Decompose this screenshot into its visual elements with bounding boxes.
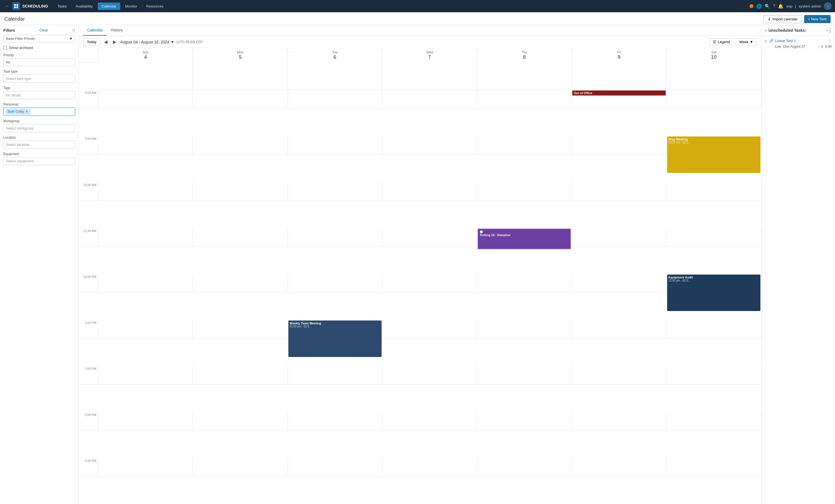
cell-fri-3pm[interactable] (572, 412, 666, 431)
nav-tab-tasks[interactable]: Tasks (54, 2, 71, 10)
task-menu-button[interactable]: ⋮ (827, 38, 832, 43)
location-input[interactable] (3, 141, 75, 149)
cell-tue-4pm[interactable] (288, 458, 383, 477)
cell-tue-3pm[interactable] (288, 412, 383, 431)
cell-tue-11am[interactable] (288, 228, 383, 247)
cell-tue-12pm[interactable] (288, 274, 383, 293)
cell-tue-1pm[interactable]: Weekly Team Meeting 01:00 pm - 02:0... (288, 320, 383, 339)
event-equipment-audit[interactable]: Equipment Audit 12:00 pm - 02:0... (667, 275, 760, 311)
tab-calendar[interactable]: Calendar (83, 25, 107, 36)
date-range[interactable]: August 04 - August 10, 2024 ▼ (120, 40, 175, 44)
cell-mon-11am[interactable] (193, 228, 287, 247)
cell-wed-4pm[interactable] (383, 458, 477, 477)
cell-mon-4pm[interactable] (193, 458, 287, 477)
cell-mon-10am[interactable] (193, 182, 287, 201)
task-type-input[interactable] (3, 75, 75, 83)
cell-sat-9am[interactable]: Prep Meeting 09:00 am - 10:3... (667, 136, 761, 155)
cell-fri-10am[interactable] (572, 182, 666, 201)
cell-sun-1pm[interactable] (98, 320, 193, 339)
cell-wed-3pm[interactable] (383, 412, 477, 431)
new-task-button[interactable]: + New Task (804, 15, 831, 23)
event-prep-meeting[interactable]: Prep Meeting 09:00 am - 10:3... (667, 137, 760, 173)
cell-sun-4pm[interactable] (98, 458, 193, 477)
cell-mon-1pm[interactable] (193, 320, 287, 339)
cell-sat-10am[interactable] (667, 182, 761, 201)
equipment-input[interactable] (3, 157, 75, 165)
event-weekly-team[interactable]: Weekly Team Meeting 01:00 pm - 02:0... (288, 321, 382, 357)
clear-filters-link[interactable]: Clear (39, 28, 48, 32)
expand-panel-button[interactable]: →│ (824, 28, 832, 33)
cell-wed-10am[interactable] (383, 182, 477, 201)
cell-thu-11am[interactable]: 🕐 Testing 10 - Donation (477, 228, 572, 247)
cell-thu-9am[interactable] (477, 136, 572, 155)
cell-sat-11am[interactable] (667, 228, 761, 247)
today-button[interactable]: Today (83, 38, 100, 46)
cell-sun-11am[interactable] (98, 228, 193, 247)
cell-thu-4pm[interactable] (477, 458, 572, 477)
collapse-sidebar-button[interactable]: 〈〈 (73, 28, 75, 33)
cell-wed-2pm[interactable] (383, 366, 477, 385)
priority-select[interactable]: All (3, 58, 75, 66)
cell-tue-9am[interactable] (288, 136, 383, 155)
help-icon[interactable]: ? (773, 4, 775, 8)
cell-thu-12pm[interactable] (477, 274, 572, 293)
cell-tue-8am[interactable] (288, 90, 383, 108)
prev-week-button[interactable]: ◀ (102, 39, 109, 45)
cell-fri-8am[interactable]: Out of Office (572, 90, 666, 108)
cell-fri-1pm[interactable] (572, 320, 666, 339)
nav-tab-calendar[interactable]: Calendar (98, 2, 120, 10)
cell-sat-3pm[interactable] (667, 412, 761, 431)
cell-fri-9am[interactable] (572, 136, 666, 155)
cell-sun-3pm[interactable] (98, 412, 193, 431)
cell-tue-2pm[interactable] (288, 366, 383, 385)
legend-button[interactable]: ☰ Legend (709, 38, 733, 46)
cell-sun-2pm[interactable] (98, 366, 193, 385)
nav-tab-availability[interactable]: Availability (72, 2, 97, 10)
task-expand-chevron[interactable]: ▷ (765, 39, 767, 43)
cell-sun-9am[interactable] (98, 136, 193, 155)
cell-sun-8am[interactable] (98, 90, 193, 108)
cell-wed-11am[interactable] (383, 228, 477, 247)
cell-thu-10am[interactable] (477, 182, 572, 201)
event-testing[interactable]: 🕐 Testing 10 - Donation (477, 228, 571, 249)
show-archived-checkbox[interactable] (3, 46, 7, 49)
cell-wed-9am[interactable] (383, 136, 477, 155)
task-name[interactable]: Linear Test 1 (775, 39, 826, 43)
import-calendar-button[interactable]: ⇓ Import calendar (763, 15, 801, 23)
cell-fri-4pm[interactable] (572, 458, 666, 477)
cell-mon-12pm[interactable] (193, 274, 287, 293)
week-view-button[interactable]: Week ▼ (736, 38, 757, 46)
cell-wed-12pm[interactable] (383, 274, 477, 293)
cell-thu-1pm[interactable] (477, 320, 572, 339)
cell-thu-2pm[interactable] (477, 366, 572, 385)
personnel-field[interactable]: Beth Colby ✕ (3, 107, 75, 116)
cell-wed-8am[interactable] (383, 90, 477, 108)
tab-history[interactable]: History (107, 25, 127, 36)
next-week-button[interactable]: ▶ (111, 39, 118, 45)
cell-fri-2pm[interactable] (572, 366, 666, 385)
filter-preset-dropdown[interactable]: Save Filter Preset ▼ (3, 35, 75, 42)
personnel-tag-remove[interactable]: ✕ (25, 110, 28, 114)
cell-thu-8am[interactable] (477, 90, 572, 108)
cell-sat-2pm[interactable] (667, 366, 761, 385)
cell-sat-12pm[interactable]: Equipment Audit 12:00 pm - 02:0... (667, 274, 761, 293)
cell-sat-1pm[interactable] (667, 320, 761, 339)
nav-tab-monitor[interactable]: Monitor (121, 2, 141, 10)
back-button[interactable]: ← (3, 2, 11, 10)
event-out-of-office[interactable]: Out of Office (572, 90, 666, 96)
avatar[interactable]: 👤 (824, 2, 832, 10)
cell-fri-11am[interactable] (572, 228, 666, 247)
cell-mon-2pm[interactable] (193, 366, 287, 385)
notifications-icon[interactable]: 🔔 (778, 4, 783, 9)
cell-sun-12pm[interactable] (98, 274, 193, 293)
search-icon[interactable]: 🔍 (765, 4, 770, 9)
cell-wed-1pm[interactable] (383, 320, 477, 339)
cell-mon-9am[interactable] (193, 136, 287, 155)
cell-sat-8am[interactable] (667, 90, 761, 108)
cell-fri-12pm[interactable] (572, 274, 666, 293)
cell-thu-3pm[interactable] (477, 412, 572, 431)
cell-mon-8am[interactable] (193, 90, 287, 108)
cell-sun-10am[interactable] (98, 182, 193, 201)
cell-mon-3pm[interactable] (193, 412, 287, 431)
cell-tue-10am[interactable] (288, 182, 383, 201)
